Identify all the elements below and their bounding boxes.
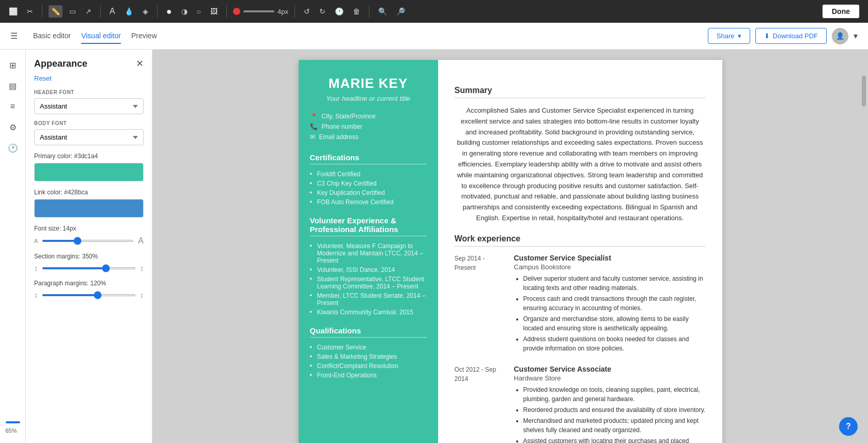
certifications-list: Forklift Certified C3 Chip Key Certified… [310, 170, 427, 207]
zoom-in-icon[interactable]: 🔍 [376, 5, 390, 18]
link-color-swatch[interactable] [34, 199, 144, 218]
droplet-icon[interactable]: 💧 [122, 5, 136, 18]
panel-header: Appearance ✕ [34, 58, 144, 69]
font-size-max-icon: A [138, 236, 144, 246]
paragraph-margins-label: Paragraph margins: 120% [34, 280, 144, 287]
circle-outline-icon[interactable]: ○ [194, 5, 204, 18]
certifications-title: Certifications [310, 153, 427, 164]
help-button[interactable]: ? [839, 417, 858, 436]
tab-basic-editor[interactable]: Basic editor [33, 28, 71, 44]
list-item: Conflict/Complaint Resolution [310, 361, 427, 371]
work-content-1: Customer Service Specialist Campus Books… [514, 254, 706, 355]
work-bullets-2: Provided knowledge on tools, cleaning su… [514, 385, 706, 443]
appearance-panel: Appearance ✕ Reset HEADER FONT Assistant… [26, 50, 152, 443]
list-item: FOB Auto Remove Certified [310, 197, 427, 207]
work-company-2: Hardware Store [514, 374, 706, 382]
link-color-label: Link color: #428bca [34, 189, 144, 196]
reset-link[interactable]: Reset [34, 74, 144, 82]
work-experience-heading: Work experience [455, 234, 706, 247]
list-item: Member, LTCC Student Senate, 2014 – Pres… [310, 291, 427, 308]
font-size-section: Font size: 14px A A [34, 225, 144, 246]
user-avatar[interactable]: 👤 [832, 28, 848, 44]
primary-color-swatch[interactable] [34, 163, 144, 181]
contact-email: ✉ Email address [310, 133, 427, 141]
section-margins-slider[interactable] [42, 267, 136, 269]
circle-half-icon[interactable]: ◑ [179, 5, 190, 18]
chevron-down-icon: ▾ [738, 32, 741, 40]
list-item: Kiwanis Community Carnival, 2015 [310, 308, 427, 317]
separator-4 [226, 5, 227, 18]
account-chevron-icon[interactable]: ▾ [854, 31, 858, 41]
document-area: MARIE KEY Your headline or current title… [152, 50, 868, 443]
sidebar-icon-grid[interactable]: ⊞ [4, 56, 22, 74]
header-font-select[interactable]: Assistant [34, 98, 144, 114]
download-icon: ⬇ [764, 32, 770, 40]
work-entry-1: Sep 2014 - Present Customer Service Spec… [455, 254, 706, 355]
zoom-out-icon[interactable]: 🔎 [394, 5, 408, 18]
rectangle-icon[interactable]: ▭ [67, 5, 79, 18]
para-arrow-icon: ↕ [34, 291, 38, 299]
list-item: Forklift Certified [310, 170, 427, 179]
para-sort-icon: ↕ [140, 291, 144, 299]
list-item: Front-End Operations [310, 371, 427, 380]
done-button[interactable]: Done [822, 4, 860, 19]
list-item: Volunteer, Measure F Campaign to Moderni… [310, 241, 427, 265]
tab-preview[interactable]: Preview [131, 28, 157, 44]
font-size-slider[interactable] [42, 240, 134, 242]
contact-location: 📍 City, State/Province [310, 113, 427, 120]
phone-icon: 📞 [310, 123, 318, 130]
sidebar-icon-text[interactable]: ≡ [4, 97, 22, 116]
font-size-label: Font size: 14px [34, 225, 144, 232]
sidebar-icon-settings[interactable]: ⚙ [4, 118, 22, 136]
separator-5 [295, 5, 295, 18]
list-item: Student Representative, LTCC Student Lea… [310, 274, 427, 291]
work-content-2: Customer Service Associate Hardware Stor… [514, 365, 706, 443]
tab-visual-editor[interactable]: Visual editor [81, 28, 121, 44]
list-item: Address student questions on books neede… [523, 334, 706, 353]
close-icon[interactable]: ✕ [136, 58, 144, 69]
hamburger-icon[interactable]: ☰ [10, 31, 18, 41]
text-icon[interactable]: A [107, 5, 118, 18]
trash-icon[interactable]: 🗑 [350, 5, 363, 18]
history-icon[interactable]: 🕐 [332, 5, 346, 18]
scroll-indicator[interactable] [862, 75, 866, 106]
margins-arrow-icon: ↕ [34, 264, 38, 272]
section-margins-section: Section margins: 350% ↕ ↕ [34, 253, 144, 272]
crop-icon[interactable]: ⬜ [6, 5, 20, 18]
qualifications-list: Customer Service Sales & Marketing Strat… [310, 343, 427, 380]
resume-contact: 📍 City, State/Province 📞 Phone number ✉ … [310, 113, 427, 141]
work-company-1: Campus Bookstore [514, 263, 706, 271]
image-icon[interactable]: 🖼 [208, 5, 220, 18]
sidebar-icon-layout[interactable]: ▤ [4, 77, 22, 95]
body-font-select[interactable]: Assistant [34, 129, 144, 145]
redo-icon[interactable]: ↻ [317, 5, 328, 18]
margins-sort-icon: ↕ [140, 264, 144, 272]
arrow-icon[interactable]: ↗ [83, 5, 94, 18]
qualifications-title: Qualifications [310, 326, 427, 338]
list-item: Customer Service [310, 343, 427, 352]
paragraph-margins-slider[interactable] [42, 294, 136, 296]
work-title-1: Customer Service Specialist [514, 254, 706, 262]
header-font-label: HEADER FONT [34, 89, 144, 95]
location-icon: 📍 [310, 113, 318, 120]
resume-headline: Your headline or current title [310, 95, 427, 102]
contact-phone: 📞 Phone number [310, 123, 427, 130]
font-size-slider-row: A A [34, 236, 144, 246]
download-button[interactable]: ⬇ Download PDF [755, 28, 827, 44]
undo-icon[interactable]: ↺ [301, 5, 313, 18]
circle-solid-icon[interactable]: ● [164, 4, 175, 19]
share-button[interactable]: Share ▾ [708, 28, 750, 44]
blur-icon[interactable]: ◈ [140, 5, 151, 18]
body-font-label: BODY FONT [34, 120, 144, 126]
separator-6 [369, 5, 369, 18]
trim-icon[interactable]: ✂ [24, 5, 36, 18]
list-item: Key Duplication Certified [310, 188, 427, 197]
second-toolbar: ☰ Basic editor Visual editor Preview Sha… [0, 23, 868, 50]
email-icon: ✉ [310, 133, 315, 141]
sidebar-icon-clock[interactable]: 🕐 [4, 139, 22, 157]
paragraph-margins-row: ↕ ↕ [34, 291, 144, 299]
pen-icon[interactable]: ✏️ [49, 5, 63, 18]
list-item: Deliver superior student and faculty cus… [523, 274, 706, 293]
stroke-color-dot[interactable] [233, 8, 240, 15]
icon-sidebar: ⊞ ▤ ≡ ⚙ 🕐 65% [0, 50, 26, 443]
